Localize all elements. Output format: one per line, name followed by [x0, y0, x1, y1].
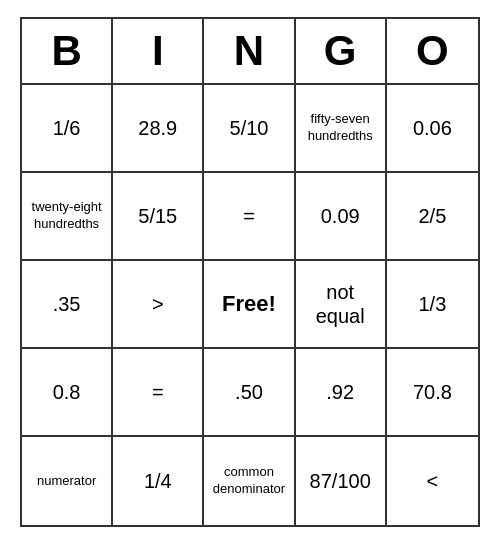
grid-cell: 5/15	[113, 173, 204, 261]
header-letter: I	[113, 19, 204, 83]
grid-cell: 1/4	[113, 437, 204, 525]
grid-cell: 2/5	[387, 173, 478, 261]
grid-cell: 1/3	[387, 261, 478, 349]
grid-cell: twenty-eight hundredths	[22, 173, 113, 261]
bingo-grid: 1/628.95/10fifty-seven hundredths0.06twe…	[22, 85, 478, 525]
free-space: Free!	[204, 261, 295, 349]
grid-cell: 70.8	[387, 349, 478, 437]
grid-cell: <	[387, 437, 478, 525]
grid-cell: 5/10	[204, 85, 295, 173]
grid-cell: numerator	[22, 437, 113, 525]
grid-cell: 1/6	[22, 85, 113, 173]
grid-cell: .92	[296, 349, 387, 437]
grid-cell: 0.09	[296, 173, 387, 261]
grid-cell: 87/100	[296, 437, 387, 525]
grid-cell: not equal	[296, 261, 387, 349]
bingo-header: BINGO	[22, 19, 478, 85]
grid-cell: common denominator	[204, 437, 295, 525]
bingo-card: BINGO 1/628.95/10fifty-seven hundredths0…	[20, 17, 480, 527]
header-letter: G	[296, 19, 387, 83]
grid-cell: fifty-seven hundredths	[296, 85, 387, 173]
grid-cell: .35	[22, 261, 113, 349]
grid-cell: .50	[204, 349, 295, 437]
grid-cell: 0.06	[387, 85, 478, 173]
header-letter: B	[22, 19, 113, 83]
header-letter: O	[387, 19, 478, 83]
grid-cell: =	[204, 173, 295, 261]
header-letter: N	[204, 19, 295, 83]
grid-cell: >	[113, 261, 204, 349]
grid-cell: =	[113, 349, 204, 437]
grid-cell: 0.8	[22, 349, 113, 437]
grid-cell: 28.9	[113, 85, 204, 173]
